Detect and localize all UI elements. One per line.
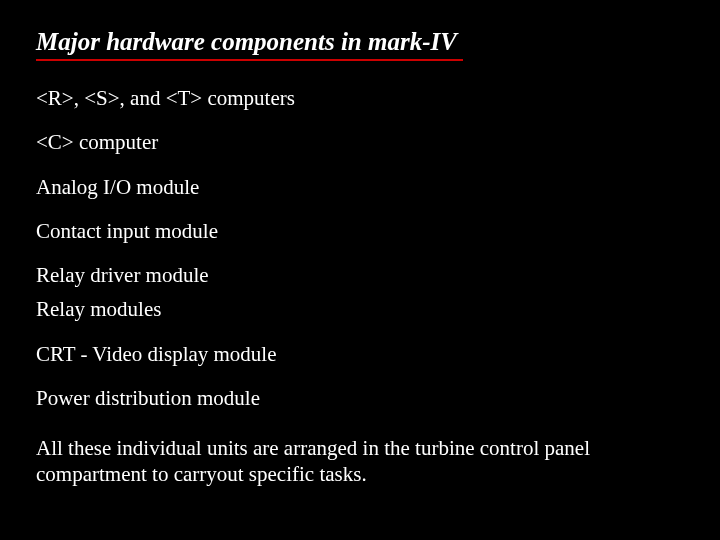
- list-item: Relay modules: [36, 296, 684, 322]
- page-title: Major hardware components in mark-IV: [36, 28, 463, 61]
- summary-text: All these individual units are arranged …: [36, 435, 684, 488]
- list-item: <R>, <S>, and <T> computers: [36, 85, 684, 111]
- list-item: Contact input module: [36, 218, 684, 244]
- list-item: Analog I/O module: [36, 174, 684, 200]
- list-item: Power distribution module: [36, 385, 684, 411]
- list-item: Relay driver module: [36, 262, 684, 288]
- list-item: <C> computer: [36, 129, 684, 155]
- list-item: CRT - Video display module: [36, 341, 684, 367]
